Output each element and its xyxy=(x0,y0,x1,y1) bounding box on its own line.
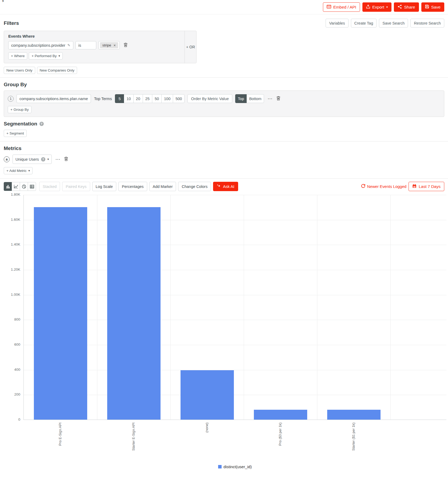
direction-option-bottom[interactable]: Bottom xyxy=(246,94,264,103)
term-option-25[interactable]: 25 xyxy=(143,94,152,103)
metric-select[interactable]: Unique Users ? ▾ xyxy=(13,155,52,164)
save-button[interactable]: Save xyxy=(421,2,444,12)
bar-5[interactable] xyxy=(327,410,381,420)
x-axis-label: Starter E-Sign API xyxy=(131,423,135,452)
add-segment-button[interactable]: + Segment xyxy=(4,130,27,137)
y-axis-tick: 600 xyxy=(0,342,20,346)
order-by-metric-button[interactable]: Order By Metric Value xyxy=(187,94,232,103)
v-gridline xyxy=(390,195,391,420)
h-gridline xyxy=(24,295,446,295)
save-search-button[interactable]: Save Search xyxy=(379,19,408,27)
y-axis-tick: 400 xyxy=(0,368,20,372)
v-gridline xyxy=(317,195,317,420)
delete-filter-icon[interactable] xyxy=(123,42,128,48)
add-group-by-button[interactable]: + Group By xyxy=(8,106,31,113)
chart-legend[interactable]: distinct(user_id) xyxy=(23,464,446,469)
add-metric-button[interactable]: + Add Metric ▾ xyxy=(4,167,33,174)
sparkle-icon xyxy=(217,184,221,189)
term-option-20[interactable]: 20 xyxy=(133,94,143,103)
paired-keys-button: Paired Keys xyxy=(62,182,90,191)
add-or-button[interactable]: + OR xyxy=(185,31,196,63)
log-scale-button[interactable]: Log Scale xyxy=(92,182,117,191)
group-by-title: Group By xyxy=(4,82,444,88)
add-where-button[interactable]: + Where xyxy=(8,52,27,60)
metrics-title: Metrics xyxy=(4,145,444,151)
group-by-property-value: company.subscriptions.items.plan.name xyxy=(19,97,88,101)
direction-option-top[interactable]: Top xyxy=(235,94,247,103)
new-users-only-button[interactable]: New Users Only xyxy=(4,67,35,74)
ask-ai-button[interactable]: Ask AI xyxy=(213,182,238,191)
add-marker-button[interactable]: Add Marker xyxy=(149,182,176,191)
delete-group-by-icon[interactable] xyxy=(276,96,281,102)
term-option-5[interactable]: 5 xyxy=(115,94,124,103)
add-performed-by-label: + Performed By xyxy=(31,54,57,58)
delete-metric-icon[interactable] xyxy=(64,156,68,162)
bar-4[interactable] xyxy=(254,410,307,420)
restore-search-button[interactable]: Restore Search xyxy=(410,19,444,27)
group-by-property-field[interactable]: company.subscriptions.items.plan.name xyxy=(17,94,91,103)
y-axis-tick: 1.80K xyxy=(0,192,20,196)
share-button[interactable]: Share xyxy=(394,2,419,12)
v-gridline xyxy=(97,195,97,420)
stray-glyph: ’ xyxy=(2,0,4,6)
group-more-options-icon[interactable]: ⋯ xyxy=(267,96,273,102)
metric-more-options-icon[interactable]: ⋯ xyxy=(55,156,61,162)
save-icon xyxy=(425,5,429,10)
events-where-label: Events Where xyxy=(8,34,181,38)
v-gridline xyxy=(244,195,244,420)
filter-value-field[interactable]: stripe × xyxy=(98,41,120,49)
x-axis-label-text: Starter ($1 per 1k) xyxy=(351,423,355,451)
table-view-icon[interactable] xyxy=(28,182,36,191)
save-label: Save xyxy=(431,5,441,10)
embed-api-button[interactable]: Embed / API xyxy=(323,2,360,12)
y-axis-tick: 200 xyxy=(0,392,20,396)
term-option-50[interactable]: 50 xyxy=(152,94,162,103)
group-by-panel: 1 company.subscriptions.items.plan.name … xyxy=(4,90,444,117)
date-range-button[interactable]: Last 7 Days xyxy=(409,182,444,191)
caret-down-icon: ▾ xyxy=(386,5,388,9)
bar-chart-icon[interactable] xyxy=(4,182,12,191)
x-axis-label: (none) xyxy=(205,423,209,434)
bar-1[interactable] xyxy=(34,207,87,420)
term-option-500[interactable]: 500 xyxy=(173,94,185,103)
caret-down-icon: ▾ xyxy=(47,157,49,161)
embed-icon xyxy=(327,5,331,10)
newer-events-button[interactable]: Newer Events Logged xyxy=(361,184,407,189)
term-option-10[interactable]: 10 xyxy=(124,94,133,103)
create-tag-button[interactable]: Create Tag xyxy=(351,19,377,27)
share-label: Share xyxy=(404,5,415,10)
help-icon[interactable]: ? xyxy=(41,157,45,161)
y-axis-tick: 1.00K xyxy=(0,293,20,297)
variables-button[interactable]: Variables xyxy=(326,19,348,27)
share-icon xyxy=(398,5,402,10)
embed-api-label: Embed / API xyxy=(333,5,356,10)
filter-value-text: stripe xyxy=(102,43,111,47)
bar-2[interactable] xyxy=(107,207,161,420)
percentages-button[interactable]: Percentages xyxy=(118,182,147,191)
filter-property-field[interactable]: company.subscriptions.provider ✎ xyxy=(8,41,73,49)
bar-chart: distinct(user_id) 02004006008001.00K1.20… xyxy=(0,193,448,474)
help-icon[interactable]: ? xyxy=(39,122,44,126)
caret-down-icon: ▾ xyxy=(59,54,60,58)
direction-group: TopBottom xyxy=(235,94,264,103)
date-range-label: Last 7 Days xyxy=(419,184,441,189)
events-where-panel: Events Where company.subscriptions.provi… xyxy=(4,31,197,63)
change-colors-button[interactable]: Change Colors xyxy=(178,182,211,191)
term-option-100[interactable]: 100 xyxy=(161,94,173,103)
edit-pencil-icon[interactable]: ✎ xyxy=(67,43,70,47)
bar-3[interactable] xyxy=(181,370,234,420)
new-companies-only-button[interactable]: New Companies Only xyxy=(37,67,77,74)
filter-operator-field[interactable]: is xyxy=(75,41,96,49)
line-chart-icon[interactable] xyxy=(12,182,20,191)
pie-chart-icon[interactable] xyxy=(20,182,28,191)
filters-title: Filters xyxy=(4,20,19,26)
group-index-badge: 1 xyxy=(8,96,14,102)
divider xyxy=(0,77,448,78)
remove-value-icon[interactable]: × xyxy=(114,43,116,48)
x-axis-label: Pro ($3 per 1k) xyxy=(278,423,282,447)
stacked-button: Stacked xyxy=(39,182,60,191)
add-performed-by-button[interactable]: + Performed By ▾ xyxy=(29,52,63,60)
export-button[interactable]: Export ▾ xyxy=(362,2,391,12)
h-gridline xyxy=(24,220,446,220)
v-gridline xyxy=(170,195,171,420)
